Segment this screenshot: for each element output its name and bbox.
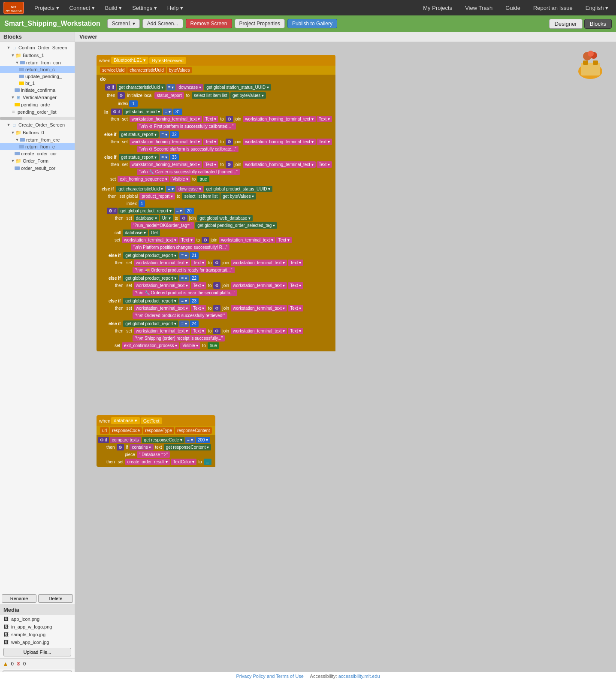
true-val[interactable]: true (197, 176, 209, 182)
wh-terminal-text3[interactable]: workstation_homing_terminal_text ▾ (130, 139, 202, 145)
database-block2[interactable]: database ▾ (111, 417, 139, 424)
eq3[interactable]: = ▾ (160, 154, 169, 160)
if-cog2[interactable]: ⚙ if (107, 208, 118, 214)
text-val3[interactable]: Text ▾ (317, 161, 332, 168)
wh-terminal5[interactable]: workstation_homing_terminal_text ▾ (243, 161, 316, 168)
text-block3[interactable]: Text ▾ (203, 139, 218, 145)
val-200[interactable]: 200 ▾ (196, 437, 210, 443)
bluetooth-block[interactable]: BluetoothLE1 ▾ (111, 57, 148, 64)
downcase2[interactable]: downcase ▾ (176, 186, 203, 192)
publish-gallery-btn[interactable]: Publish to Gallery (287, 19, 337, 28)
tree-item-create-order-screen[interactable]: ▼ □ Create_Order_Screen (0, 121, 75, 129)
ws-terminal-25[interactable]: workstation_terminal_text ▾ (231, 328, 287, 334)
get-product-report4[interactable]: get global product_report ▾ (123, 298, 178, 304)
true-val2[interactable]: true (208, 342, 219, 349)
media-item-web-app-icon[interactable]: 🖼 web_app_icon.jpg (0, 638, 75, 646)
ws-terminal-21[interactable]: workstation_terminal_text ▾ (134, 260, 190, 266)
text-val1[interactable]: Text ▾ (317, 116, 332, 122)
select-list-item[interactable]: select list item list (192, 92, 229, 99)
status-report-var[interactable]: status_report (154, 92, 184, 99)
tree-item-create-order-cor[interactable]: create_order_cor (0, 150, 75, 157)
carrier-homed-text[interactable]: "\n\n 🔧 Carrier is successfully calibrat… (137, 169, 240, 175)
create-order-result[interactable]: create_order_result ▾ (125, 459, 170, 465)
viewer-canvas[interactable]: when BluetoothLE1 ▾ BytesReceived servic… (75, 42, 616, 677)
join-cog5[interactable]: ⚙ (202, 237, 209, 243)
second-platform-text[interactable]: "\n\n ⚙ Second platform is successfully … (137, 146, 239, 152)
get-product-report2[interactable]: get global product_report ▾ (123, 252, 178, 259)
rename-btn[interactable]: Rename (2, 594, 36, 603)
media-item-sample-logo[interactable]: 🖼 sample_logo.jpg (0, 631, 75, 638)
index-value[interactable]: 1 (129, 100, 138, 107)
join-cog2[interactable]: ⚙ (226, 139, 233, 145)
val-21[interactable]: 21 (190, 252, 199, 259)
text-val5[interactable]: Text ▾ (288, 260, 303, 266)
text-prop6[interactable]: Text ▾ (191, 328, 206, 334)
ws-terminal-22b[interactable]: workstation_terminal_text ▾ (134, 282, 190, 289)
tree-item-return-from-c2[interactable]: return_from_c (0, 143, 75, 150)
ws-terminal-22[interactable]: workstation_terminal_text ▾ (231, 260, 287, 266)
text-val8[interactable]: Text ▾ (288, 328, 303, 334)
tree-item-order-result-cor[interactable]: order_result_cor (0, 165, 75, 172)
eq5[interactable]: = ▾ (175, 208, 184, 214)
nav-report-issue[interactable]: Report an Issue (529, 3, 577, 13)
val-23[interactable]: 23 (190, 298, 199, 304)
accessibility-link[interactable]: accessibility.mit.edu (338, 674, 380, 679)
eq6[interactable]: = ▾ (179, 252, 189, 259)
blocks-btn[interactable]: Blocks (584, 19, 612, 29)
get-status-report3[interactable]: get status_report ▾ (119, 154, 159, 160)
ws-terminal-23b[interactable]: workstation_terminal_text ▾ (134, 305, 190, 311)
text-block1[interactable]: Text ▾ (203, 116, 218, 122)
tree-item-return-from-c[interactable]: return_from_c (0, 66, 75, 73)
screen-dropdown-btn[interactable]: Screen1 ▾ (107, 19, 140, 28)
exit-homing-seq[interactable]: exit_homing_sequence ▾ (118, 176, 169, 182)
eq2[interactable]: = ▾ (160, 131, 169, 138)
tree-item-order-form[interactable]: ▼ 📁 Order_Form (0, 157, 75, 165)
tree-item-br1[interactable]: br_1 (0, 80, 75, 87)
if-cog[interactable]: ⚙ if (105, 84, 116, 91)
get-characteristic[interactable]: get characteristicUuid ▾ (117, 84, 166, 91)
val-32[interactable]: 32 (170, 131, 179, 138)
get-status-report2[interactable]: get status_report ▾ (119, 131, 159, 138)
tree-item-update-pending[interactable]: update_pending_ (0, 73, 75, 80)
index-val2[interactable]: 1 (139, 200, 145, 207)
get-response-content[interactable]: get responseContent ▾ (164, 444, 211, 450)
nav-connect[interactable]: Connect ▾ (65, 3, 99, 13)
val-22[interactable]: 22 (190, 275, 199, 281)
compare-texts-block[interactable]: compare texts (110, 437, 141, 443)
get-char2[interactable]: get characteristicUuid ▾ (116, 186, 165, 192)
text-val6[interactable]: Text ▾ (288, 282, 303, 289)
get-pending-order-tag[interactable]: get global pending_order_selected_tag ▾ (195, 222, 277, 229)
val-20[interactable]: 20 (184, 208, 193, 214)
eq1[interactable]: = ▾ (163, 109, 172, 115)
nav-projects[interactable]: Projects ▾ (30, 3, 63, 13)
wh-terminal-text4[interactable]: workstation_homing_terminal_text ▾ (130, 161, 202, 168)
get-status-report1[interactable]: get status_report ▾ (123, 109, 163, 115)
database-block[interactable]: database ▾ (134, 215, 159, 221)
equals-block[interactable]: = ▾ (166, 84, 176, 91)
when-database-header[interactable]: when database ▾ GotText (97, 415, 215, 426)
text-prop5[interactable]: Text ▾ (191, 305, 206, 311)
database-call[interactable]: database ▾ (123, 230, 148, 236)
if-cog3[interactable]: ⚙ if (98, 437, 109, 443)
shipping-text[interactable]: "\n\n Shipping (order) receipt is succes… (133, 335, 225, 342)
media-item-in-app-logo[interactable]: 🖼 in_app_w_logo.png (0, 623, 75, 631)
add-screen-btn[interactable]: Add Screen... (142, 19, 183, 28)
then-cog[interactable]: ⚙ (117, 444, 124, 450)
nav-view-trash[interactable]: View Trash (461, 3, 497, 13)
val-24[interactable]: 24 (190, 320, 199, 327)
nav-settings[interactable]: Settings ▾ (128, 3, 161, 13)
visible-prop[interactable]: Visible ▾ (170, 176, 190, 182)
get-response-code[interactable]: get responseCode ▾ (142, 437, 185, 443)
url-prop[interactable]: Url ▾ (160, 215, 173, 221)
nav-english[interactable]: English ▾ (581, 3, 613, 13)
tree-item-return-from-cre[interactable]: ▼ return_from_cre (0, 136, 75, 143)
second-platfo-text[interactable]: "\n\n 🔧 Ordered product is near the seco… (133, 290, 237, 296)
first-platform-text[interactable]: "\n\n ⚙ First platform is successfully c… (137, 123, 236, 130)
privacy-link[interactable]: Privacy Policy and Terms of Use (236, 674, 304, 679)
got-text-event[interactable]: GotText (141, 417, 162, 424)
text-val7[interactable]: Text ▾ (288, 305, 303, 311)
eq-compare[interactable]: = ▾ (185, 437, 195, 443)
eq9[interactable]: = ▾ (179, 320, 189, 327)
tree-hscroll[interactable] (0, 117, 75, 120)
tree-item-pending-orde[interactable]: pending_orde (0, 101, 75, 108)
